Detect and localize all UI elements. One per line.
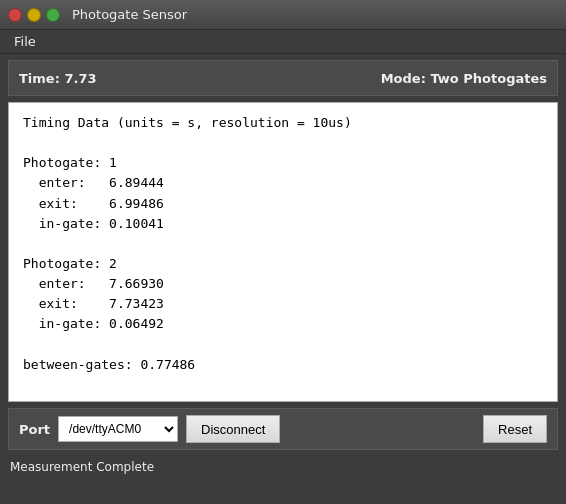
close-button[interactable] — [8, 8, 22, 22]
main-content: Time: 7.73 Mode: Two Photogates Timing D… — [0, 54, 566, 456]
status-text: Measurement Complete — [10, 460, 154, 474]
port-label: Port — [19, 422, 50, 437]
menu-file[interactable]: File — [6, 32, 44, 51]
bottombar: Port /dev/ttyACM0 Disconnect Reset — [8, 408, 558, 450]
maximize-button[interactable] — [46, 8, 60, 22]
reset-button[interactable]: Reset — [483, 415, 547, 443]
titlebar: Photogate Sensor — [0, 0, 566, 30]
disconnect-button[interactable]: Disconnect — [186, 415, 280, 443]
mode-display: Mode: Two Photogates — [381, 71, 547, 86]
menubar: File — [0, 30, 566, 54]
time-display: Time: 7.73 — [19, 71, 97, 86]
port-select[interactable]: /dev/ttyACM0 — [58, 416, 178, 442]
data-display: Timing Data (units = s, resolution = 10u… — [8, 102, 558, 402]
window-controls — [8, 8, 60, 22]
window-title: Photogate Sensor — [72, 7, 187, 22]
infobar: Time: 7.73 Mode: Two Photogates — [8, 60, 558, 96]
statusbar: Measurement Complete — [0, 456, 566, 478]
minimize-button[interactable] — [27, 8, 41, 22]
